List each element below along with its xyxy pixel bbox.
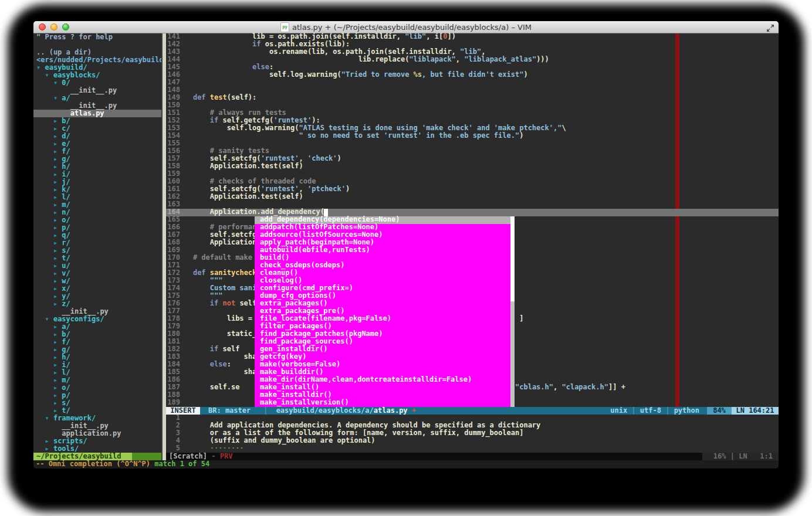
chevron-open-icon: ▾ bbox=[45, 315, 53, 323]
chevron-closed-icon: ▸ bbox=[53, 201, 62, 209]
chevron-closed-icon: ▸ bbox=[53, 162, 62, 171]
document-icon: py bbox=[280, 22, 289, 32]
omni-completion-message: -- Omni completion (^O^N^P) bbox=[36, 460, 154, 468]
statusline-preview: [Scratch] - PRV 16% | LN 1:1 bbox=[166, 453, 779, 460]
chevron-closed-icon: ▸ bbox=[53, 246, 62, 254]
window-title-wrap: py atlas.py + (~/Projects/easybuild/easy… bbox=[33, 21, 779, 33]
preview-buffer-name: [Scratch] - PRV bbox=[166, 453, 702, 460]
nerdtree-sidebar: " Press ? for help.. (up a dir)<ers/nudd… bbox=[33, 33, 161, 453]
chevron-closed-icon: ▸ bbox=[53, 140, 62, 148]
chevron-closed-icon: ▸ bbox=[53, 223, 62, 232]
chevron-closed-icon: ▸ bbox=[53, 147, 62, 155]
encoding: utf-8 bbox=[640, 406, 661, 415]
chevron-closed-icon: ▸ bbox=[53, 391, 62, 399]
chevron-closed-icon: ▸ bbox=[45, 444, 53, 453]
chevron-closed-icon: ▸ bbox=[53, 132, 62, 140]
chevron-closed-icon: ▸ bbox=[53, 368, 62, 376]
statusline-active: INSERT BR: master | easybuild/easyblocks… bbox=[166, 407, 779, 415]
chevron-closed-icon: ▸ bbox=[53, 178, 62, 186]
code-line[interactable]: 149 def test(self): bbox=[166, 94, 779, 102]
chevron-open-icon: ▾ bbox=[36, 63, 45, 72]
code-line[interactable]: 147 bbox=[166, 79, 779, 87]
preview-position: 16% | LN 1:1 bbox=[713, 453, 773, 460]
chevron-closed-icon: ▸ bbox=[53, 170, 62, 178]
scroll-percent: 84% bbox=[707, 407, 732, 415]
chevron-closed-icon: ▸ bbox=[53, 406, 62, 415]
file-type: python bbox=[674, 406, 699, 415]
code-line[interactable]: 5 ········ bbox=[166, 445, 779, 453]
file-name: atlas.py bbox=[374, 406, 408, 415]
code-line[interactable]: 146 self.log.warning("Tried to remove %s… bbox=[166, 72, 779, 79]
git-branch: BR: master bbox=[208, 406, 251, 415]
editor-pane[interactable]: 141 lib = os.path.join(self.installdir, … bbox=[166, 33, 779, 460]
chevron-closed-icon: ▸ bbox=[53, 117, 62, 125]
tree-item[interactable]: " Press ? for help bbox=[33, 33, 161, 41]
omni-completion-popup[interactable]: add_dependency(dependencies=None)addpatc… bbox=[255, 216, 515, 407]
preview-window[interactable]: 12 Add application dependencies. A depen… bbox=[166, 415, 779, 453]
chevron-closed-icon: ▸ bbox=[53, 292, 62, 300]
chevron-closed-icon: ▸ bbox=[53, 155, 62, 163]
cursor-position: LN 164:21 bbox=[732, 407, 779, 415]
chevron-closed-icon: ▸ bbox=[53, 124, 62, 133]
chevron-closed-icon: ▸ bbox=[53, 216, 62, 224]
statusline-left: BR: master | easybuild/easyblocks/a/atla… bbox=[208, 407, 416, 415]
file-path: easybuild/easyblocks/a/ bbox=[276, 406, 374, 415]
chevron-closed-icon: ▸ bbox=[53, 345, 62, 354]
code-line[interactable]: 164 Application.add_dependency( bbox=[166, 209, 779, 216]
chevron-closed-icon: ▸ bbox=[53, 353, 62, 361]
macvim-window: py atlas.py + (~/Projects/easybuild/easy… bbox=[33, 21, 779, 469]
chevron-closed-icon: ▸ bbox=[53, 269, 62, 277]
chevron-open-icon: ▾ bbox=[45, 71, 53, 79]
completion-item[interactable]: autobuild(ebfile,runTests) bbox=[255, 247, 510, 254]
chevron-closed-icon: ▸ bbox=[53, 239, 62, 247]
command-line: -- Omni completion (^O^N^P) match 1 of 5… bbox=[33, 460, 779, 469]
chevron-open-icon: ▾ bbox=[53, 94, 62, 102]
chevron-closed-icon: ▸ bbox=[53, 254, 62, 262]
titlebar[interactable]: py atlas.py + (~/Projects/easybuild/easy… bbox=[33, 21, 779, 33]
vertical-split-separator[interactable] bbox=[161, 33, 166, 460]
chevron-closed-icon: ▸ bbox=[53, 338, 62, 346]
popup-scrollbar[interactable] bbox=[510, 216, 515, 407]
chevron-closed-icon: ▸ bbox=[53, 300, 62, 308]
statusline-right: unix | utf-8 | python bbox=[610, 407, 699, 415]
chevron-closed-icon: ▸ bbox=[53, 208, 62, 216]
window-title: atlas.py + (~/Projects/easybuild/easybui… bbox=[292, 23, 532, 32]
code-line[interactable]: 162 Application.test(self) bbox=[166, 193, 779, 201]
modified-flag: + bbox=[412, 406, 416, 415]
code-line[interactable]: 148 bbox=[166, 87, 779, 94]
chevron-closed-icon: ▸ bbox=[53, 284, 62, 293]
chevron-closed-icon: ▸ bbox=[53, 231, 62, 239]
preview-flag: PRV bbox=[220, 452, 233, 460]
popup-scrollbar-thumb[interactable] bbox=[510, 216, 515, 301]
mode-indicator: INSERT bbox=[166, 407, 200, 415]
chevron-closed-icon: ▸ bbox=[53, 277, 62, 285]
code-line[interactable]: 158 Application.test(self) bbox=[166, 163, 779, 171]
chevron-open-icon: ▾ bbox=[53, 79, 62, 87]
code-line[interactable]: 154 " so no need to set 'runtest' in the… bbox=[166, 133, 779, 140]
chevron-closed-icon: ▸ bbox=[53, 383, 62, 392]
chevron-closed-icon: ▸ bbox=[53, 193, 62, 201]
chevron-closed-icon: ▸ bbox=[53, 185, 62, 193]
chevron-closed-icon: ▸ bbox=[53, 376, 62, 384]
chevron-closed-icon: ▸ bbox=[53, 399, 62, 407]
code-line[interactable]: 4 (suffix and dummy_boolean are optional… bbox=[166, 437, 779, 445]
chevron-closed-icon: ▸ bbox=[53, 361, 62, 369]
file-format: unix bbox=[610, 406, 627, 415]
chevron-closed-icon: ▸ bbox=[45, 437, 53, 445]
chevron-closed-icon: ▸ bbox=[53, 330, 62, 338]
chevron-closed-icon: ▸ bbox=[53, 262, 62, 270]
chevron-open-icon: ▾ bbox=[45, 414, 53, 422]
chevron-closed-icon: ▸ bbox=[53, 322, 62, 331]
